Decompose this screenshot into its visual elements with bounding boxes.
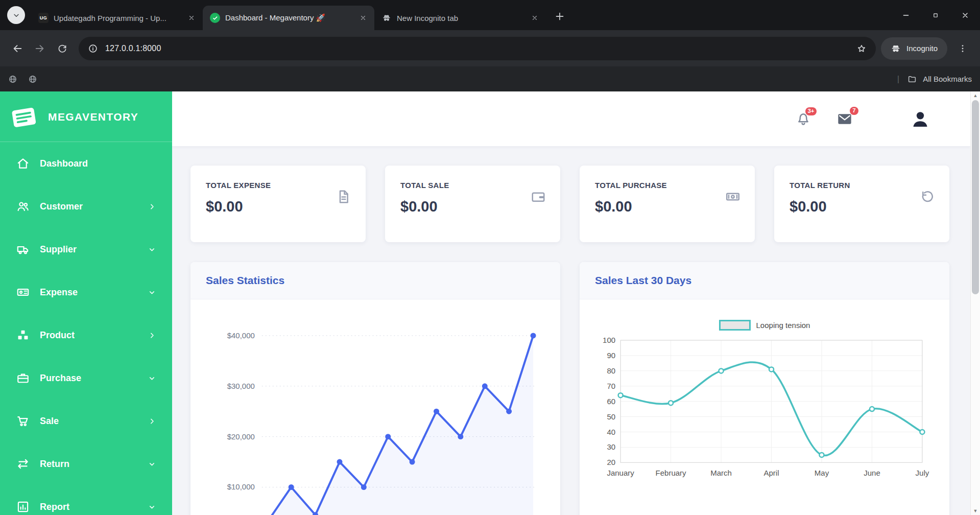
file-icon xyxy=(336,189,351,204)
tab-dashboard-active[interactable]: Dashboard - Megaventory 🚀 xyxy=(203,6,374,30)
home-icon xyxy=(16,157,30,170)
tab-close-button[interactable] xyxy=(185,12,198,24)
notifications-button[interactable]: 3+ xyxy=(796,111,811,127)
close-window-button[interactable] xyxy=(950,0,980,30)
chevron-right-icon xyxy=(148,417,156,425)
stat-title: TOTAL EXPENSE xyxy=(206,181,350,190)
svg-text:40: 40 xyxy=(607,428,615,436)
ug-favicon: UG xyxy=(38,13,49,23)
svg-text:January: January xyxy=(607,469,634,477)
incognito-icon xyxy=(891,43,901,54)
sidebar-item-expense[interactable]: Expense xyxy=(0,271,172,314)
chevron-down-icon xyxy=(148,289,156,296)
bookmark-star-icon[interactable] xyxy=(856,43,867,54)
chevron-right-icon xyxy=(148,203,156,210)
globe-icon[interactable] xyxy=(8,75,17,84)
stats-row: TOTAL EXPENSE$0.00TOTAL SALE$0.00TOTAL P… xyxy=(190,166,949,242)
message-badge: 7 xyxy=(850,107,858,115)
sidebar-item-purchase[interactable]: Purchase xyxy=(0,357,172,400)
sidebar-item-label: Dashboard xyxy=(40,158,88,169)
stat-value: $0.00 xyxy=(790,198,934,215)
browser-menu-button[interactable] xyxy=(951,37,974,60)
scrollbar-thumb[interactable] xyxy=(972,100,979,294)
user-menu-button[interactable] xyxy=(910,109,930,129)
plus-icon xyxy=(554,11,565,22)
cash-icon xyxy=(725,189,740,204)
brand[interactable]: MEGAVENTORY xyxy=(0,91,172,142)
tab-updategadh[interactable]: UG Updategadh Programming - Up... xyxy=(31,6,203,30)
reload-button[interactable] xyxy=(51,37,74,60)
check-icon xyxy=(212,15,219,21)
browser-toolbar: 127.0.0.1:8000 Incognito xyxy=(0,30,980,66)
incognito-label: Incognito xyxy=(906,44,938,53)
tab-close-button[interactable] xyxy=(357,12,369,24)
incognito-badge: Incognito xyxy=(881,37,947,60)
sidebar-item-return[interactable]: Return xyxy=(0,442,172,485)
minimize-icon xyxy=(902,11,910,19)
page-scrollbar[interactable]: ▲ ▼ xyxy=(970,91,980,515)
svg-text:30: 30 xyxy=(607,442,615,451)
svg-text:70: 70 xyxy=(607,382,615,390)
sidebar-item-product[interactable]: Product xyxy=(0,314,172,357)
sales-30-days-chart: 2030405060708090100JanuaryFebruaryMarchA… xyxy=(580,337,949,490)
tab-new-incognito[interactable]: New Incognito tab xyxy=(374,6,546,30)
messages-button[interactable]: 7 xyxy=(836,111,853,127)
page-info-icon[interactable] xyxy=(88,43,98,54)
svg-text:100: 100 xyxy=(603,337,615,344)
chevron-down-icon xyxy=(148,374,156,382)
tab-strip: UG Updategadh Programming - Up... Dashbo… xyxy=(0,0,980,30)
tab-title: New Incognito tab xyxy=(397,14,523,22)
sidebar-item-dashboard[interactable]: Dashboard xyxy=(0,142,172,185)
sidebar-item-sale[interactable]: Sale xyxy=(0,400,172,442)
svg-text:$30,000: $30,000 xyxy=(227,382,255,390)
notification-badge: 3+ xyxy=(805,107,817,116)
address-bar[interactable]: 127.0.0.1:8000 xyxy=(79,37,876,60)
stat-card-total-expense: TOTAL EXPENSE$0.00 xyxy=(190,166,366,242)
svg-text:$20,000: $20,000 xyxy=(227,432,255,441)
exchange-icon xyxy=(16,457,30,471)
sidebar-item-report[interactable]: Report xyxy=(0,485,172,515)
close-icon xyxy=(360,14,367,21)
check-favicon xyxy=(210,13,220,23)
folder-icon xyxy=(907,75,917,84)
chevron-down-icon xyxy=(12,11,20,19)
scroll-down-arrow[interactable]: ▼ xyxy=(971,508,980,513)
sidebar-item-label: Customer xyxy=(40,201,83,212)
globe-icon[interactable] xyxy=(28,75,37,84)
sidebar-item-label: Purchase xyxy=(40,373,81,384)
reload-icon xyxy=(57,43,67,54)
sidebar-item-label: Report xyxy=(40,502,69,512)
close-icon xyxy=(531,14,538,21)
sidebar-item-customer[interactable]: Customer xyxy=(0,185,172,228)
new-tab-button[interactable] xyxy=(550,7,569,26)
all-bookmarks-button[interactable]: | All Bookmarks xyxy=(897,74,972,84)
chart-legend[interactable]: Looping tension xyxy=(580,320,949,331)
svg-text:$10,000: $10,000 xyxy=(227,482,255,491)
minimize-button[interactable] xyxy=(891,0,921,30)
svg-text:20: 20 xyxy=(607,458,615,466)
forward-button[interactable] xyxy=(29,37,51,60)
kebab-menu-icon xyxy=(958,43,968,54)
chevron-down-icon xyxy=(148,503,156,511)
tab-search-button[interactable] xyxy=(7,6,25,24)
back-button[interactable] xyxy=(6,37,29,60)
undo-icon xyxy=(920,189,935,204)
chart-title: Sales Last 30 Days xyxy=(595,274,691,287)
stat-title: TOTAL PURCHASE xyxy=(595,181,739,190)
avatar-icon xyxy=(910,109,930,129)
tab-close-button[interactable] xyxy=(529,12,541,24)
tab-title: Updategadh Programming - Up... xyxy=(54,14,180,22)
report-icon xyxy=(16,500,30,513)
sidebar-item-label: Sale xyxy=(40,416,59,427)
scroll-up-arrow[interactable]: ▲ xyxy=(971,93,980,98)
sidebar-item-label: Product xyxy=(40,330,75,341)
stat-value: $0.00 xyxy=(206,198,350,215)
chevron-down-icon xyxy=(148,460,156,468)
cart-icon xyxy=(16,414,30,428)
browser-window: UG Updategadh Programming - Up... Dashbo… xyxy=(0,0,980,515)
window-controls xyxy=(891,0,980,30)
maximize-button[interactable] xyxy=(921,0,950,30)
sidebar-item-supplier[interactable]: Supplier xyxy=(0,228,172,271)
charts-row: Sales Statistics $10,000$20,000$30,000$4… xyxy=(190,262,949,515)
all-bookmarks-label: All Bookmarks xyxy=(923,75,972,83)
